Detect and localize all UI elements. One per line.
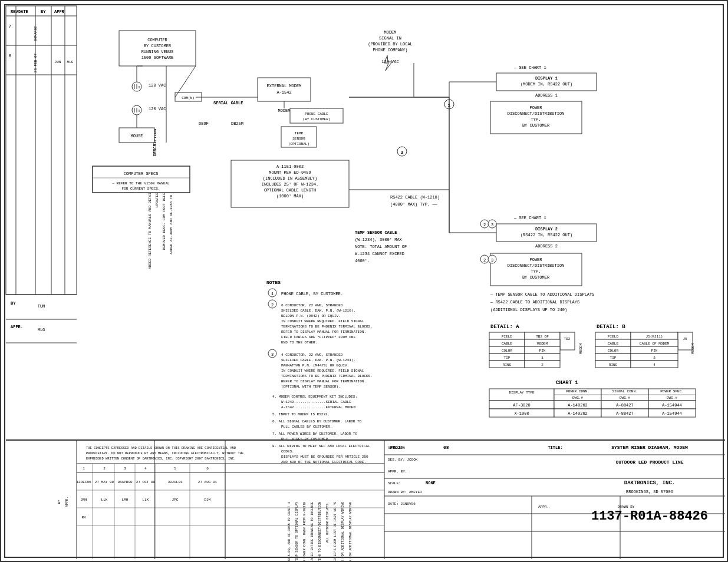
svg-text:TYP.: TYP. xyxy=(531,117,541,122)
svg-text:BROOKINGS, SD  57006: BROOKINGS, SD 57006 xyxy=(626,490,673,494)
svg-text:JPC: JPC xyxy=(172,498,179,502)
svg-text:— SEE CHART 1: — SEE CHART 1 xyxy=(513,216,546,220)
svg-text:APPR. BY:: APPR. BY: xyxy=(388,470,407,474)
svg-text:SCALE:: SCALE: xyxy=(388,481,401,485)
svg-text:(OPTIONAL WITH TEMP SENSOR).: (OPTIONAL WITH TEMP SENSOR). xyxy=(281,385,341,389)
svg-text:PULL CABLES BY CUSTOMER.: PULL CABLES BY CUSTOMER. xyxy=(281,425,332,429)
svg-text:DISCONNECT/DISTRIBUTION: DISCONNECT/DISTRIBUTION xyxy=(508,111,565,116)
svg-text:A-1542: A-1542 xyxy=(276,90,291,95)
svg-text:PROPRIETARY. DO NOT REPRODUCE : PROPRIETARY. DO NOT REPRODUCE BY ANY MEA… xyxy=(86,451,244,455)
svg-text:FIELD: FIELD xyxy=(502,335,512,339)
svg-text:DAKTRONICS, INC.: DAKTRONICS, INC. xyxy=(624,480,675,486)
svg-text:J5: J5 xyxy=(683,337,687,341)
svg-text:APPR.: APPR. xyxy=(538,505,549,509)
svg-text:RING: RING xyxy=(503,363,512,367)
svg-text:30JUL01: 30JUL01 xyxy=(167,480,183,484)
svg-text:2: 2 xyxy=(483,258,486,263)
svg-text:DATE: DATE xyxy=(18,9,28,14)
svg-text:A-1151-0002: A-1151-0002 xyxy=(276,164,304,169)
svg-text:2: 2 xyxy=(271,303,274,308)
svg-text:IN CONDUIT WHERE REQUIRED. FIE: IN CONDUIT WHERE REQUIRED. FIELD SIGNAL xyxy=(281,369,364,373)
svg-text:CHANGED TEMP SENSOR TO OPTIONA: CHANGED TEMP SENSOR TO OPTIONAL DISPLAY xyxy=(295,501,299,562)
svg-text:1: 1 xyxy=(83,467,85,471)
svg-text:120 VAC: 120 VAC xyxy=(149,107,166,111)
svg-text:FIELD CABLES ARE "FLIPPED" FRO: FIELD CABLES ARE "FLIPPED" FROM ONE xyxy=(281,335,355,339)
svg-text:1137-R01A-88426: 1137-R01A-88426 xyxy=(591,509,708,524)
svg-text:(ADDITIONAL DISPLAYS UP TO 240: (ADDITIONAL DISPLAYS UP TO 240) xyxy=(490,308,567,312)
svg-text:A-88427: A-88427 xyxy=(616,411,633,416)
svg-text:TEMP SENSOR CABLE: TEMP SENSOR CABLE xyxy=(355,230,397,235)
svg-text:MODEM: MODEM xyxy=(278,108,290,113)
svg-text:2: 2 xyxy=(483,223,486,227)
svg-text:SHIELDED CABLE. DAK. P.N. (W-1: SHIELDED CABLE. DAK. P.N. (W-1210). xyxy=(281,309,355,313)
svg-text:3: 3 xyxy=(271,352,274,357)
svg-text:3: 3 xyxy=(401,150,404,155)
svg-marker-71 xyxy=(384,55,392,71)
svg-text:BY CUSTOMER: BY CUSTOMER xyxy=(522,123,550,128)
svg-text:8: 8 xyxy=(9,53,12,58)
svg-text:(INCLUDED IN ASSEMBLY): (INCLUDED IN ASSEMBLY) xyxy=(263,176,317,181)
svg-text:2: 2 xyxy=(103,467,106,471)
svg-text:COLOR: COLOR xyxy=(608,349,618,353)
svg-text:ADDED DISTRIBUTION TO DISCONNE: ADDED DISTRIBUTION TO DISCONNECT/DISTRIB… xyxy=(318,502,322,562)
svg-rect-179 xyxy=(560,332,575,350)
svg-text:6 CONDUCTOR, 22 AWG, STRANDED: 6 CONDUCTOR, 22 AWG, STRANDED xyxy=(281,303,343,308)
svg-text:LLK: LLK xyxy=(101,498,108,502)
svg-text:COLOR: COLOR xyxy=(502,349,512,353)
svg-text:AF-3020: AF-3020 xyxy=(513,403,530,408)
svg-text:FIELD: FIELD xyxy=(608,335,618,339)
svg-text:DELETED ED'S FROM LIST OF PART: DELETED ED'S FROM LIST OF PART NO.'S xyxy=(333,501,337,562)
svg-text:DETAIL: B: DETAIL: B xyxy=(597,324,625,330)
svg-text:DES. BY: JCOOK: DES. BY: JCOOK xyxy=(388,458,418,462)
svg-text:27 MAY 98: 27 MAY 98 xyxy=(95,480,114,484)
svg-text:27 OCT 00: 27 OCT 00 xyxy=(136,480,156,484)
svg-text:TYP.: TYP. xyxy=(531,269,541,274)
svg-text:NOTE: TOTAL AMOUNT OF: NOTE: TOTAL AMOUNT OF xyxy=(355,244,407,249)
svg-text:DJM: DJM xyxy=(205,498,211,502)
svg-text:DISPLAY 1: DISPLAY 1 xyxy=(535,76,558,81)
svg-text:ADDED DRAWINGS AF-3065-R0, AND: ADDED DRAWINGS AF-3065-R0, AND AF-3065 T… xyxy=(287,501,291,562)
svg-text:A-154944: A-154944 xyxy=(662,403,682,408)
svg-text:RS422 CABLE (W-1210): RS422 CABLE (W-1210) xyxy=(390,195,440,200)
page: REV DATE BY APPR 7 06MAR02 8 23 FEB 07 J… xyxy=(0,0,728,562)
svg-text:SHIELDED CABLE. DAK. P.N. (W-1: SHIELDED CABLE. DAK. P.N. (W-1234). xyxy=(281,358,355,362)
svg-text:FOR CURRENT SPECS.: FOR CURRENT SPECS. xyxy=(122,187,160,191)
svg-text:LMH: LMH xyxy=(122,498,129,502)
svg-text:DISCONNECT/DISTRIBUTION: DISCONNECT/DISTRIBUTION xyxy=(508,263,565,268)
svg-text:APPR: APPR xyxy=(54,9,65,14)
svg-text:DB9F: DB9F xyxy=(199,121,209,126)
svg-text:TB2 OF: TB2 OF xyxy=(536,335,549,339)
svg-text:ADDRESS 1: ADDRESS 1 xyxy=(535,93,558,98)
svg-text:TITLE:: TITLE: xyxy=(548,445,562,450)
svg-text:5. INPUT TO MODEM IS RS232.: 5. INPUT TO MODEM IS RS232. xyxy=(272,412,330,416)
svg-text:REPLACED ENTIRE DRAWING TO INC: REPLACED ENTIRE DRAWING TO INCLUDE xyxy=(310,501,314,562)
svg-text:POWER SPEC.: POWER SPEC. xyxy=(660,389,684,394)
svg-text:MOUSE: MOUSE xyxy=(130,134,143,138)
svg-text:CHANGED POWER CONN. DWG# FROM : CHANGED POWER CONN. DWG# FROM B-98318 xyxy=(302,502,307,562)
svg-text:MODEM: MODEM xyxy=(691,343,695,354)
svg-text:X-1000: X-1000 xyxy=(514,411,529,416)
svg-text:8. ALL WIRING TO MEET NEC AND : 8. ALL WIRING TO MEET NEC AND LOCAL ELEC… xyxy=(272,444,370,448)
svg-text:RK: RK xyxy=(81,515,86,520)
svg-text:(MODEM IN, RS422 OUT): (MODEM IN, RS422 OUT) xyxy=(521,82,572,87)
svg-text:BY CUSTOMER: BY CUSTOMER xyxy=(144,44,172,48)
svg-text:3: 3 xyxy=(491,223,493,227)
svg-text:TERMINATIONS TO BE PHOENIX TER: TERMINATIONS TO BE PHOENIX TERMINAL BLOC… xyxy=(281,374,373,378)
svg-text:JUN: JUN xyxy=(55,60,61,64)
svg-text:06APR00: 06APR00 xyxy=(117,480,133,484)
svg-text:APPR.: APPR. xyxy=(65,497,69,507)
svg-text:6. ALL SIGNAL CABLES BY CUSTOM: 6. ALL SIGNAL CABLES BY CUSTOMER. LABOR … xyxy=(272,419,362,424)
svg-text:— RS422 CABLE TO ADDITIONAL DI: — RS422 CABLE TO ADDITIONAL DISPLAYS xyxy=(490,300,579,305)
svg-text:PIN: PIN xyxy=(539,349,546,353)
svg-text:1: 1 xyxy=(271,292,274,296)
svg-text:4: 4 xyxy=(653,363,655,367)
svg-text:SYSTEM RISER DIAGRAM, MODEM: SYSTEM RISER DIAGRAM, MODEM xyxy=(611,445,688,450)
svg-text:PHONE CABLE: PHONE CABLE xyxy=(305,112,328,116)
svg-text:TERMINATIONS TO BE PHOENIX TER: TERMINATIONS TO BE PHOENIX TERMINAL BLOC… xyxy=(281,325,373,329)
svg-text:SIGNAL IN: SIGNAL IN xyxy=(379,36,401,41)
svg-text:BELDON P.N. (9942) OR EQUIV.: BELDON P.N. (9942) OR EQUIV. xyxy=(281,314,341,318)
svg-text:MOUNT PER ED-9489: MOUNT PER ED-9489 xyxy=(269,170,311,175)
svg-text:THE CONCEPTS EXPRESSED AND DET: THE CONCEPTS EXPRESSED AND DETAILS SHOWN… xyxy=(86,446,236,450)
svg-text:DRAWN BY: AMEYER: DRAWN BY: AMEYER xyxy=(388,490,422,494)
svg-text:DRAWN BY: DRAWN BY xyxy=(618,505,635,509)
